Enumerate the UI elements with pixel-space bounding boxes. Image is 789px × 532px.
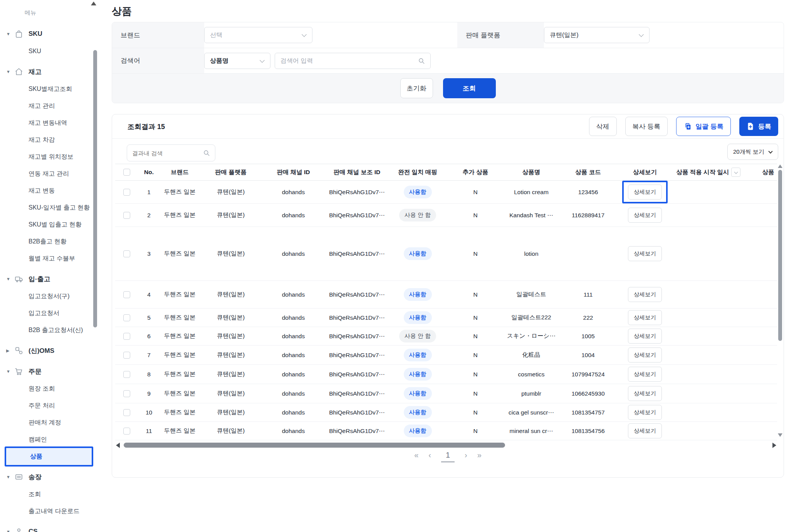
- table-row-9: 9두핸즈 일본큐텐(일본)dohandsBhiQeRsAhG1Dv7⋯사용함Np…: [115, 384, 777, 403]
- search-icon[interactable]: [203, 149, 210, 156]
- table-row-1: 1두핸즈 일본큐텐(일본)dohandsBhiQeRsAhG1Dv7⋯사용함NL…: [115, 181, 777, 204]
- delete-button[interactable]: 삭제: [589, 117, 617, 136]
- search-button[interactable]: 조회: [443, 78, 496, 98]
- row-extra-product: N: [447, 212, 504, 219]
- scroll-left-icon[interactable]: [116, 443, 120, 448]
- row-brand: 두핸즈 일본: [159, 290, 200, 299]
- detail-view-button[interactable]: 상세보기: [628, 246, 662, 261]
- row-checkbox[interactable]: [123, 212, 130, 219]
- row-checkbox[interactable]: [123, 314, 130, 321]
- sidebar-item-inout-0[interactable]: 입고요청서(구): [0, 288, 99, 305]
- row-checkbox[interactable]: [123, 333, 130, 340]
- row-platform: 큐텐(일본): [200, 427, 262, 435]
- vertical-scrollbar-thumb[interactable]: [778, 170, 782, 341]
- scroll-down-icon[interactable]: [778, 433, 782, 437]
- detail-view-button[interactable]: 상세보기: [628, 405, 662, 420]
- row-extra-product: N: [447, 428, 504, 435]
- sidebar-item-order-0[interactable]: 원장 조회: [0, 380, 99, 397]
- row-checkbox[interactable]: [123, 291, 130, 298]
- sidebar-item-inout-1[interactable]: 입고요청서: [0, 305, 99, 322]
- platform-select-value: 큐텐(일본): [550, 31, 579, 39]
- sidebar-item-order-2[interactable]: 판매처 계정: [0, 414, 99, 431]
- row-checkbox[interactable]: [123, 352, 130, 359]
- pagination-prev[interactable]: ‹: [428, 451, 431, 459]
- detail-view-button[interactable]: 상세보기: [628, 185, 662, 200]
- sidebar-item-stock-10[interactable]: 월별 재고 수불부: [0, 250, 99, 267]
- row-checkbox[interactable]: [123, 189, 130, 196]
- inline-search-input[interactable]: [132, 150, 203, 156]
- reset-button[interactable]: 초기화: [400, 78, 433, 98]
- row-checkbox[interactable]: [123, 371, 130, 378]
- files-plus-icon: [683, 122, 692, 131]
- detail-view-button[interactable]: 상세보기: [628, 386, 662, 401]
- sidebar-item-invoice-0[interactable]: 조회: [0, 486, 99, 503]
- detail-view-button[interactable]: 상세보기: [628, 208, 662, 223]
- detail-view-button[interactable]: 상세보기: [628, 329, 662, 344]
- sidebar-group-invoice[interactable]: ▼송장: [0, 468, 99, 486]
- table-row-10: 10두핸즈 일본큐텐(일본)dohandsBhiQeRsAhG1Dv7⋯사용함N…: [115, 403, 777, 422]
- row-product-code: 1004: [558, 352, 618, 359]
- row-checkbox[interactable]: [123, 409, 130, 416]
- select-all-checkbox[interactable]: [123, 169, 130, 176]
- page-size-select[interactable]: 20개씩 보기: [727, 144, 778, 160]
- search-icon[interactable]: [418, 57, 425, 64]
- sidebar-item-stock-6[interactable]: 재고 변동: [0, 182, 99, 199]
- row-checkbox[interactable]: [123, 390, 130, 397]
- scroll-up-icon[interactable]: [778, 164, 782, 168]
- sidebar-group-cs[interactable]: ▼CS: [0, 523, 99, 532]
- pagination-next[interactable]: ›: [465, 451, 467, 459]
- bulk-register-button[interactable]: 일괄 등록: [676, 117, 731, 136]
- sidebar-item-stock-2[interactable]: 재고 변동내역: [0, 114, 99, 131]
- column-filter-dropdown-icon[interactable]: [731, 168, 740, 177]
- row-platform: 큐텐(일본): [200, 332, 262, 340]
- sidebar-item-stock-0[interactable]: SKU별재고조회: [0, 81, 99, 97]
- sidebar-item-stock-7[interactable]: SKU-일자별 출고 현황: [0, 199, 99, 216]
- row-product-name: スキン・ローシ⋯: [504, 332, 558, 340]
- sidebar-scrollbar-thumb[interactable]: [93, 50, 97, 327]
- sidebar-group-oms[interactable]: ▶(신)OMS: [0, 342, 99, 359]
- column-header-label: 브랜드: [171, 168, 189, 176]
- sidebar-item-stock-5[interactable]: 연동 재고 관리: [0, 165, 99, 182]
- brand-select[interactable]: 선택: [204, 27, 312, 43]
- detail-view-button[interactable]: 상세보기: [628, 287, 662, 302]
- sidebar-item-sku-0[interactable]: SKU: [0, 43, 99, 60]
- column-header-5: 판매 채널 보조 ID: [325, 168, 389, 176]
- detail-view-button[interactable]: 상세보기: [628, 423, 662, 438]
- keyword-input[interactable]: [280, 57, 418, 64]
- scroll-right-icon[interactable]: [772, 443, 776, 448]
- pagination-last[interactable]: »: [477, 451, 482, 459]
- detail-view-button[interactable]: 상세보기: [628, 367, 662, 382]
- sidebar-group-sku[interactable]: ▼SKU: [0, 25, 99, 43]
- row-brand: 두핸즈 일본: [159, 250, 200, 258]
- detail-view-button[interactable]: 상세보기: [628, 347, 662, 362]
- sidebar-item-stock-4[interactable]: 재고별 위치정보: [0, 148, 99, 165]
- sidebar-item-order-4-active[interactable]: 상품: [5, 446, 93, 467]
- copy-register-button[interactable]: 복사 등록: [625, 117, 668, 136]
- pagination-first[interactable]: «: [414, 451, 418, 459]
- chevron-down-icon: ▼: [6, 69, 12, 74]
- sidebar-group-order[interactable]: ▼주문: [0, 362, 99, 380]
- sidebar-item-order-1[interactable]: 주문 처리: [0, 397, 99, 414]
- detail-view-button[interactable]: 상세보기: [628, 310, 662, 325]
- sidebar-item-stock-3[interactable]: 재고 차감: [0, 131, 99, 148]
- sidebar-item-inout-2[interactable]: B2B 출고요청서(신): [0, 322, 99, 339]
- sidebar-scroll-up-icon[interactable]: [91, 2, 96, 5]
- sidebar-group-stock[interactable]: ▼재고: [0, 63, 99, 81]
- column-header-label: 상세보기: [633, 168, 657, 176]
- sidebar-item-stock-8[interactable]: SKU별 입출고 현황: [0, 216, 99, 233]
- sidebar-item-stock-1[interactable]: 재고 관리: [0, 97, 99, 114]
- sidebar-item-invoice-1[interactable]: 출고내역 다운로드: [0, 503, 99, 520]
- sidebar-item-stock-9[interactable]: B2B출고 현황: [0, 233, 99, 250]
- sidebar-group-inout[interactable]: ▼입·출고: [0, 270, 99, 288]
- row-channel-id: dohands: [262, 333, 325, 340]
- row-checkbox[interactable]: [123, 250, 130, 257]
- pagination-page-1[interactable]: 1: [441, 451, 455, 462]
- platform-select[interactable]: 큐텐(일본): [544, 27, 650, 43]
- sidebar-item-order-3[interactable]: 캠페인: [0, 431, 99, 448]
- keyword-type-select[interactable]: 상품명: [204, 53, 270, 69]
- register-label: 등록: [758, 122, 771, 131]
- mapping-disabled-badge: 사용 안 함: [399, 330, 436, 342]
- row-checkbox[interactable]: [123, 428, 130, 435]
- register-button[interactable]: 등록: [739, 117, 778, 136]
- horizontal-scrollbar-thumb[interactable]: [124, 443, 505, 448]
